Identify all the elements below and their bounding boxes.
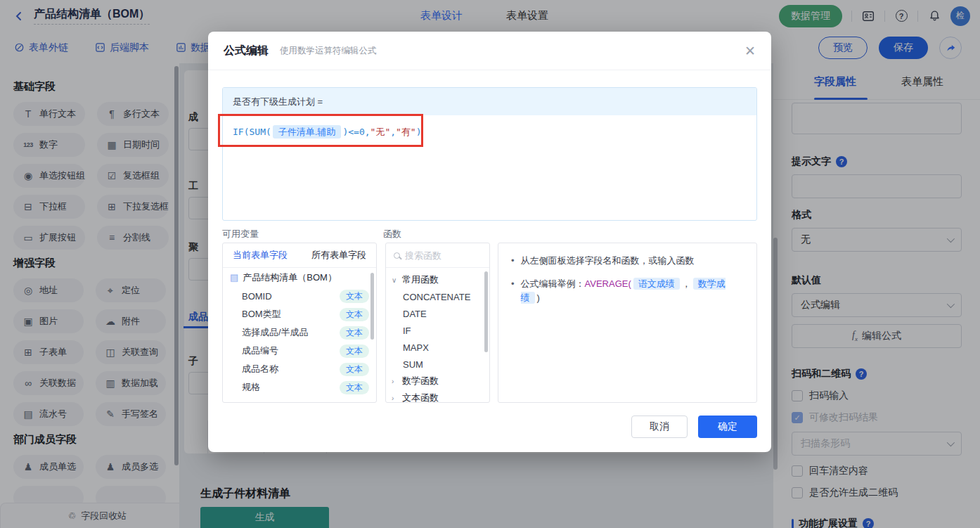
function-group-collapsed[interactable]: ›文本函数 — [386, 389, 489, 403]
tab-all-form-fields[interactable]: 所有表单字段 — [311, 249, 366, 262]
field-type-badge: 文本 — [340, 290, 369, 303]
variables-field-list: BOMID文本BOM类型文本选择成品/半成品文本成品编号文本成品名称文本规格文本 — [223, 287, 376, 397]
chevron-right-icon: › — [392, 378, 399, 385]
variable-field-row[interactable]: 成品名称文本 — [223, 360, 376, 378]
code-string: "无" — [370, 127, 391, 137]
function-tree: ∨常用函数CONCATENATEDATEIFMAPXSUM›数学函数›文本函数 — [386, 268, 489, 403]
variables-panel: 当前表单字段 所有表单字段 ▤ 产品结构清单（BOM） BOMID文本BOM类型… — [222, 243, 377, 403]
function-item[interactable]: CONCATENATE — [386, 288, 489, 305]
bullet: • — [511, 277, 515, 291]
variable-field-name: 成品名称 — [242, 363, 278, 375]
field-type-badge: 文本 — [340, 326, 369, 340]
chevron-down-icon: ∨ — [392, 276, 399, 284]
field-type-badge: 文本 — [340, 345, 369, 358]
modal-title: 公式编辑 — [224, 44, 269, 58]
function-name: AVERAGE( — [585, 278, 631, 289]
help-tip: • 从左侧面板选择字段名和函数，或输入函数 — [511, 254, 744, 268]
formula-edit-modal: 公式编辑 使用数学运算符编辑公式 ✕ 是否有下级生成计划 = IF(SUM(子件… — [208, 32, 771, 452]
code-string: "有" — [396, 127, 416, 137]
field-chip[interactable]: 子件清单.辅助 — [273, 125, 342, 139]
bullet: • — [511, 254, 515, 268]
variable-field-name: 选择成品/半成品 — [242, 326, 309, 339]
code-token: )<=0, — [342, 127, 370, 137]
function-search-input[interactable] — [405, 250, 482, 261]
document-icon: ▤ — [230, 272, 238, 283]
variable-field-name: BOM类型 — [242, 308, 281, 321]
variable-field-name: 规格 — [242, 381, 260, 394]
formula-code-input[interactable]: IF(SUM(子件清单.辅助)<=0,"无","有") — [223, 115, 756, 149]
variable-field-name: 成品编号 — [242, 345, 278, 357]
function-search — [386, 243, 489, 268]
code-token: ) — [416, 127, 422, 137]
functions-label: 函数 — [383, 228, 401, 240]
code-token: IF(SUM( — [233, 127, 271, 137]
function-group-collapsed[interactable]: ›数学函数 — [386, 373, 489, 389]
function-item[interactable]: SUM — [386, 356, 489, 373]
variables-scrollbar[interactable] — [370, 273, 374, 340]
function-group-name: 文本函数 — [402, 392, 439, 403]
formula-target-label: 是否有下级生成计划 = — [223, 88, 756, 115]
variables-tree-root[interactable]: ▤ 产品结构清单（BOM） — [223, 268, 376, 287]
function-item[interactable]: DATE — [386, 305, 489, 322]
close-icon[interactable]: ✕ — [744, 44, 756, 58]
field-type-badge: 文本 — [340, 381, 369, 394]
help-example: • 公式编辑举例：AVERAGE(语文成绩，数学成绩) — [511, 277, 744, 305]
app-screen: 产品结构清单（BOM） 表单设计 表单设置 数据管理 ? 检 表单外链 — [0, 0, 980, 528]
field-type-badge: 文本 — [340, 308, 369, 321]
help-panel: • 从左侧面板选择字段名和函数，或输入函数 • 公式编辑举例：AVERAGE(语… — [498, 243, 757, 403]
formula-editor: 是否有下级生成计划 = IF(SUM(子件清单.辅助)<=0,"无","有") — [222, 87, 757, 221]
cancel-button[interactable]: 取消 — [631, 416, 688, 438]
variable-field-row[interactable]: 规格文本 — [223, 378, 376, 397]
modal-header: 公式编辑 使用数学运算符编辑公式 ✕ — [208, 32, 771, 70]
field-type-badge: 文本 — [340, 363, 369, 376]
variable-field-row[interactable]: 成品编号文本 — [223, 342, 376, 360]
chevron-right-icon: › — [392, 394, 399, 402]
function-item[interactable]: IF — [386, 322, 489, 339]
functions-panel: ∨常用函数CONCATENATEDATEIFMAPXSUM›数学函数›文本函数 — [385, 243, 490, 403]
variable-field-row[interactable]: 选择成品/半成品文本 — [223, 323, 376, 342]
variables-label: 可用变量 — [222, 228, 259, 240]
variable-field-row[interactable]: BOMID文本 — [223, 287, 376, 305]
code-token: , — [390, 127, 396, 137]
modal-subtitle: 使用数学运算符编辑公式 — [280, 45, 377, 57]
variable-field-row[interactable]: BOM类型文本 — [223, 305, 376, 323]
confirm-button[interactable]: 确定 — [698, 416, 757, 438]
function-group-name: 常用函数 — [402, 273, 439, 286]
function-item[interactable]: MAPX — [386, 339, 489, 356]
function-group-name: 数学函数 — [402, 375, 439, 387]
variable-field-name: BOMID — [242, 291, 272, 302]
field-chip: 语文成绩 — [633, 278, 680, 290]
tab-current-form-fields[interactable]: 当前表单字段 — [233, 249, 288, 262]
functions-scrollbar[interactable] — [484, 271, 488, 352]
search-icon — [394, 252, 400, 259]
function-group-expanded[interactable]: ∨常用函数 — [386, 271, 489, 288]
